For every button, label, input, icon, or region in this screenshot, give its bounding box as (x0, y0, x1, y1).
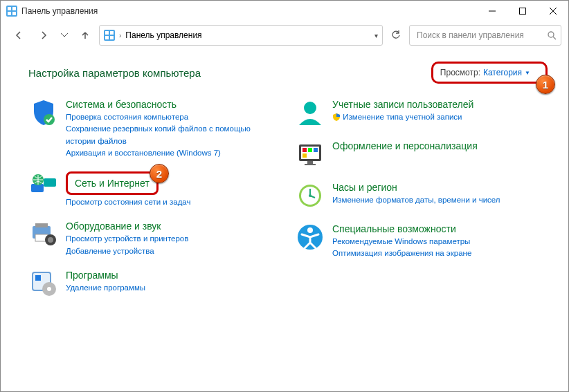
category-clock-region: Часы и регион Изменение форматов даты, в… (295, 180, 548, 211)
svg-rect-18 (44, 178, 56, 187)
category-user-accounts: Учетные записи пользователей Изменение т… (295, 97, 548, 128)
search-box[interactable]: Поиск в панели управления (409, 25, 561, 46)
address-bar[interactable]: › Панель управления ▾ (99, 25, 383, 46)
chevron-down-icon: ▼ (525, 70, 530, 76)
category-link[interactable]: Проверка состояния компьютера (66, 111, 281, 123)
printer-devices-icon (28, 219, 59, 250)
control-panel-icon (104, 30, 115, 41)
window-title: Панель управления (21, 6, 477, 16)
svg-rect-1 (8, 7, 11, 10)
svg-rect-13 (110, 36, 114, 39)
svg-rect-37 (305, 164, 316, 165)
svg-point-42 (309, 194, 311, 197)
up-button[interactable] (74, 26, 96, 45)
annotation-badge-1: 1 (536, 75, 555, 94)
category-programs: Программы Удаление программы (28, 268, 281, 299)
svg-rect-2 (12, 7, 16, 10)
page-title: Настройка параметров компьютера (28, 67, 431, 79)
category-appearance: Оформление и персонализация (295, 139, 548, 169)
category-title[interactable]: Программы (66, 270, 145, 281)
category-link-text: Изменение типа учетной записи (343, 113, 462, 121)
close-button[interactable] (538, 1, 568, 21)
category-title[interactable]: Оформление и персонализация (332, 140, 478, 151)
svg-point-44 (307, 227, 313, 233)
chevron-right-icon: › (119, 32, 121, 39)
window-controls (477, 1, 568, 21)
category-title-text: Сеть и Интернет (75, 178, 150, 189)
recent-dropdown[interactable] (57, 26, 71, 45)
category-accessibility: Специальные возможности Рекомендуемые Wi… (295, 222, 548, 260)
view-value-text: Категория (483, 68, 522, 77)
shield-icon (28, 97, 59, 128)
category-link[interactable]: Просмотр состояния сети и задач (66, 196, 190, 208)
svg-rect-21 (35, 223, 48, 227)
category-link[interactable]: Сохранение резервных копий файлов с помо… (66, 123, 281, 147)
svg-rect-3 (8, 12, 11, 15)
category-hardware-sound: Оборудование и звук Просмотр устройств и… (28, 219, 281, 257)
search-placeholder: Поиск в панели управления (417, 30, 547, 40)
svg-point-29 (304, 102, 316, 114)
category-link[interactable]: Добавление устройства (66, 245, 188, 257)
annotation-badge-2: 2 (150, 164, 169, 183)
category-title-highlight[interactable]: Сеть и Интернет 2 (66, 171, 159, 195)
right-column: Учетные записи пользователей Изменение т… (295, 97, 548, 310)
svg-point-14 (548, 32, 554, 37)
navigation-bar: › Панель управления ▾ Поиск в панели упр… (1, 21, 568, 49)
category-link[interactable]: Изменение форматов даты, времени и чисел (332, 194, 500, 206)
view-dropdown[interactable]: Категория ▼ (483, 68, 530, 77)
maximize-button[interactable] (507, 1, 538, 21)
titlebar: Панель управления (1, 1, 568, 21)
category-link[interactable]: Удаление программы (66, 282, 145, 294)
svg-rect-36 (307, 161, 313, 164)
back-button[interactable] (8, 26, 30, 45)
uac-shield-icon (332, 113, 341, 121)
svg-rect-35 (302, 153, 307, 158)
svg-rect-26 (35, 275, 41, 281)
category-link[interactable]: Просмотр устройств и принтеров (66, 233, 188, 245)
category-title[interactable]: Система и безопасность (66, 99, 281, 110)
user-accounts-icon (295, 97, 325, 128)
control-panel-icon (6, 6, 17, 17)
category-link[interactable]: Изменение типа учетной записи (332, 111, 473, 123)
svg-rect-4 (12, 12, 16, 15)
content-area: Настройка параметров компьютера Просмотр… (1, 49, 568, 310)
personalization-icon (295, 139, 325, 169)
view-label: Просмотр: (440, 68, 480, 77)
category-title[interactable]: Учетные записи пользователей (332, 99, 473, 110)
programs-icon (28, 268, 59, 299)
refresh-button[interactable] (386, 25, 406, 46)
category-link[interactable]: Архивация и восстановление (Windows 7) (66, 147, 281, 159)
category-title[interactable]: Оборудование и звук (66, 221, 188, 232)
svg-rect-11 (110, 31, 114, 35)
category-link[interactable]: Рекомендуемые Windows параметры (332, 236, 471, 248)
svg-rect-6 (520, 8, 526, 15)
svg-rect-12 (105, 36, 109, 39)
minimize-button[interactable] (477, 1, 507, 21)
left-column: Система и безопасность Проверка состояни… (28, 97, 281, 310)
clock-icon (295, 180, 325, 211)
globe-network-icon (28, 170, 59, 200)
view-selector-highlight: Просмотр: Категория ▼ 1 (431, 62, 548, 84)
svg-line-15 (553, 37, 556, 39)
category-system-security: Система и безопасность Проверка состояни… (28, 97, 281, 159)
svg-rect-33 (308, 148, 312, 152)
category-link[interactable]: Оптимизация изображения на экране (332, 248, 471, 259)
svg-rect-32 (302, 148, 307, 152)
accessibility-icon (295, 222, 325, 252)
category-title[interactable]: Часы и регион (332, 182, 500, 193)
search-icon (547, 30, 557, 40)
svg-rect-34 (314, 148, 318, 152)
svg-point-24 (48, 237, 53, 243)
chevron-down-icon[interactable]: ▾ (374, 32, 378, 39)
category-network-internet: Сеть и Интернет 2 Просмотр состояния сет… (28, 170, 281, 208)
breadcrumb-root[interactable]: Панель управления (125, 30, 201, 40)
svg-rect-10 (105, 31, 109, 35)
forward-button[interactable] (33, 26, 55, 45)
svg-point-28 (47, 287, 51, 291)
category-title[interactable]: Специальные возможности (332, 223, 471, 234)
